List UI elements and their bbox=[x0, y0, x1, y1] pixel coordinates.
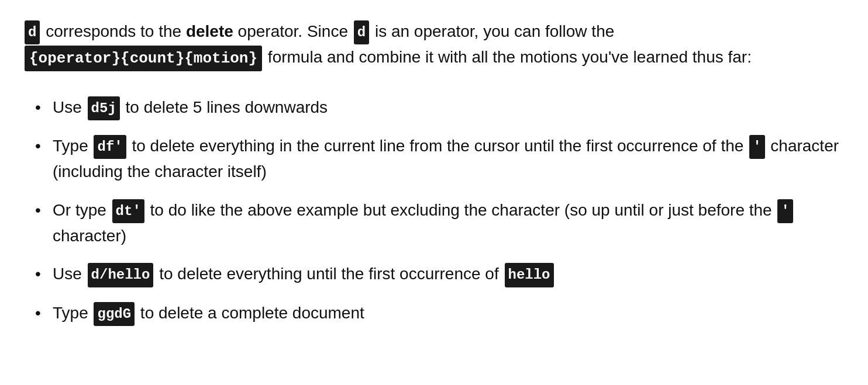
bullet-suffix-5: to delete a complete document bbox=[136, 304, 364, 322]
d-hello-badge: d/hello bbox=[88, 263, 154, 287]
df-tick-badge: df' bbox=[94, 135, 126, 159]
bullet-suffix-1: to delete 5 lines downwards bbox=[121, 98, 328, 116]
list-item-d-hello: Use d/hello to delete everything until t… bbox=[35, 261, 842, 287]
intro-part4: formula and combine it with all the moti… bbox=[263, 48, 752, 66]
d5j-badge: d5j bbox=[88, 96, 120, 120]
tick-char-badge-1: ' bbox=[749, 135, 764, 159]
bullet-prefix-3: Or type bbox=[53, 201, 111, 219]
list-item-ggdG: Type ggdG to delete a complete document bbox=[35, 300, 842, 326]
list-item-d5j: Use d5j to delete 5 lines downwards bbox=[35, 95, 842, 120]
bullet-prefix-2: Type bbox=[53, 137, 92, 155]
bullet-middle-2: to delete everything in the current line… bbox=[128, 137, 748, 155]
intro-part1: corresponds to the bbox=[41, 22, 185, 40]
delete-bold: delete bbox=[186, 22, 233, 40]
bullet-middle-4: to delete everything until the first occ… bbox=[154, 265, 503, 283]
intro-part3: is an operator, you can follow the bbox=[370, 22, 614, 40]
list-item-dt-tick: Or type dt' to do like the above example… bbox=[35, 197, 842, 249]
dt-tick-badge: dt' bbox=[112, 199, 144, 223]
ggdG-badge: ggdG bbox=[94, 302, 135, 326]
content-area: d corresponds to the delete operator. Si… bbox=[23, 19, 842, 326]
formula-badge: {operator}{count}{motion} bbox=[25, 46, 262, 71]
tick-char-badge-2: ' bbox=[777, 199, 793, 223]
list-item-df-tick: Type df' to delete everything in the cur… bbox=[35, 133, 842, 185]
d-badge-intro: d bbox=[25, 20, 40, 44]
intro-part2: operator. Since bbox=[233, 22, 353, 40]
bullet-suffix-3: character) bbox=[53, 227, 126, 245]
bullet-prefix-1: Use bbox=[53, 98, 87, 116]
bullet-list: Use d5j to delete 5 lines downwards Type… bbox=[23, 95, 842, 326]
bullet-prefix-5: Type bbox=[53, 304, 92, 322]
bullet-prefix-4: Use bbox=[53, 265, 87, 283]
d-badge-second: d bbox=[354, 20, 369, 44]
bullet-middle-3: to do like the above example but excludi… bbox=[146, 201, 777, 219]
intro-paragraph: d corresponds to the delete operator. Si… bbox=[23, 19, 842, 71]
hello-badge: hello bbox=[505, 263, 554, 287]
